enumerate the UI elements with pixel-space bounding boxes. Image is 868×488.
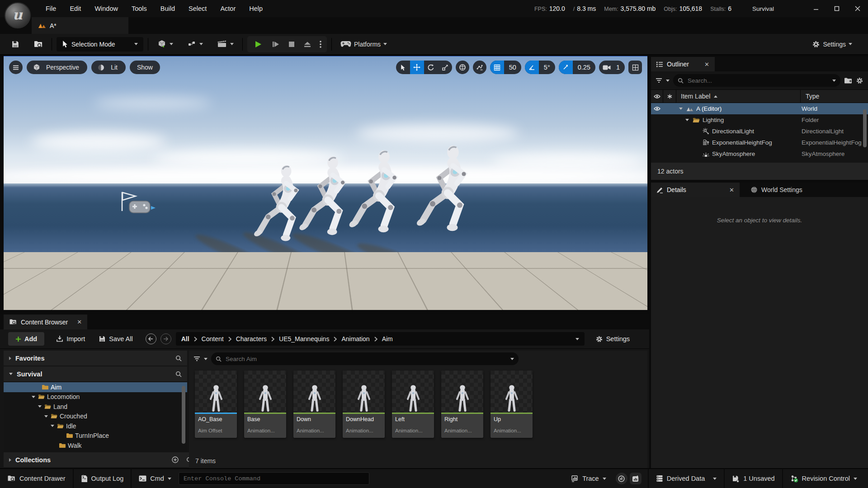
chevron-down-icon[interactable] <box>510 358 514 360</box>
expander-icon[interactable] <box>9 373 13 375</box>
outliner-search-input[interactable] <box>687 77 829 84</box>
close-icon[interactable]: ✕ <box>704 61 709 68</box>
mannequin-4[interactable] <box>415 145 466 231</box>
trace-dropdown[interactable]: Trace <box>564 469 613 488</box>
level-viewport[interactable]: Perspective Lit Show <box>4 56 647 310</box>
outliner-settings-gear-icon[interactable] <box>856 77 863 84</box>
expander-icon[interactable] <box>679 108 683 110</box>
expander-icon[interactable] <box>51 425 54 427</box>
view-mode-dropdown[interactable]: Lit <box>91 61 126 74</box>
menu-file[interactable]: File <box>39 0 63 17</box>
revision-control-dropdown[interactable]: Revision Control <box>783 469 864 488</box>
asset-tile-down[interactable]: Down Animation... <box>293 371 335 438</box>
tree-item-locomotion[interactable]: Locomotion <box>4 392 187 402</box>
import-button[interactable]: Import <box>52 335 90 343</box>
expander-icon[interactable] <box>32 396 35 398</box>
tree-item-walk[interactable]: Walk <box>4 441 187 450</box>
expander-icon[interactable] <box>44 415 48 418</box>
viewport-options-menu[interactable] <box>9 61 23 74</box>
scale-snap-control[interactable]: 0.25 <box>559 61 595 74</box>
console-command-input[interactable] <box>179 472 369 485</box>
outliner-column-header[interactable]: Item Label Type <box>651 89 868 103</box>
tree-item-crouched[interactable]: Crouched <box>4 412 187 422</box>
breadcrumb-all[interactable]: All <box>181 335 189 343</box>
asset-tile-ao-base[interactable]: AO_Base Aim Offset <box>195 371 237 438</box>
insights-recorder-button[interactable] <box>630 473 642 484</box>
play-button[interactable] <box>249 37 267 52</box>
chevron-down-icon[interactable] <box>832 80 836 82</box>
create-folder-icon[interactable] <box>844 77 852 84</box>
platforms-dropdown[interactable]: Platforms <box>336 37 391 52</box>
breadcrumb-content[interactable]: Content <box>202 335 224 343</box>
breadcrumb-aim[interactable]: Aim <box>382 335 393 343</box>
menu-help[interactable]: Help <box>242 0 269 17</box>
outliner-tab[interactable]: Outliner ✕ <box>651 57 715 71</box>
search-icon[interactable] <box>175 371 182 377</box>
add-button[interactable]: Add <box>8 332 44 346</box>
camera-speed-control[interactable]: 1 <box>599 61 625 74</box>
cinematics-button[interactable] <box>213 37 238 52</box>
outliner-row-sky-atmosphere[interactable]: SkyAtmosphere SkyAtmosphere <box>651 148 868 157</box>
asset-tile-downhead[interactable]: DownHead Animation... <box>343 371 385 438</box>
rotation-snap-value[interactable]: 5° <box>539 64 555 71</box>
menu-edit[interactable]: Edit <box>63 0 88 17</box>
expander-icon[interactable] <box>38 405 42 408</box>
filter-icon[interactable] <box>193 356 200 361</box>
browse-content-button[interactable] <box>30 37 47 52</box>
menu-window[interactable]: Window <box>88 0 125 17</box>
outliner-row-lighting[interactable]: Lighting Folder <box>651 114 868 126</box>
expander-icon[interactable] <box>9 357 11 360</box>
save-current-level-button[interactable] <box>7 37 24 52</box>
player-start-sprite[interactable] <box>122 192 156 213</box>
add-collection-icon[interactable] <box>172 456 179 463</box>
asset-tile-up[interactable]: Up Animation... <box>491 371 533 438</box>
stop-button[interactable] <box>284 37 299 52</box>
editor-mode-select[interactable]: Selection Mode <box>57 37 143 52</box>
grid-snap-value[interactable]: 50 <box>504 64 521 71</box>
rotate-tool-button[interactable] <box>424 61 438 74</box>
outliner-row-directional-light[interactable]: DirectionalLight DirectionalLight <box>651 126 868 137</box>
level-tab[interactable]: A* <box>32 17 128 34</box>
close-icon[interactable]: ✕ <box>77 319 82 325</box>
menu-select[interactable]: Select <box>182 0 213 17</box>
tree-item-aim[interactable]: Aim <box>4 382 187 392</box>
tree-item-idle[interactable]: Idle <box>4 421 187 431</box>
select-tool-button[interactable] <box>396 61 410 74</box>
path-dropdown-icon[interactable] <box>576 338 579 340</box>
surface-snapping-button[interactable] <box>473 61 486 74</box>
output-log-button[interactable]: Output Log <box>74 469 131 488</box>
asset-search-box[interactable] <box>211 352 519 365</box>
forward-button[interactable] <box>160 333 171 344</box>
play-options-button[interactable] <box>316 37 325 52</box>
collections-section-header[interactable]: Collections <box>4 452 198 467</box>
world-local-toggle[interactable] <box>456 61 469 74</box>
move-tool-button[interactable] <box>410 61 424 74</box>
mannequin-actors[interactable] <box>4 56 647 310</box>
maximize-button[interactable] <box>826 0 847 17</box>
search-icon[interactable] <box>175 355 182 361</box>
maximize-viewport-button[interactable] <box>628 61 642 74</box>
world-settings-tab[interactable]: World Settings <box>744 183 809 197</box>
rotation-snap-control[interactable]: 5° <box>525 61 555 74</box>
chevron-down-icon[interactable] <box>204 358 208 360</box>
back-button[interactable] <box>146 333 156 344</box>
breadcrumb-ue5-mannequins[interactable]: UE5_Mannequins <box>279 335 329 343</box>
cmd-dropdown[interactable]: Cmd <box>132 469 179 488</box>
outliner-search-box[interactable] <box>673 74 840 87</box>
unsaved-button[interactable]: 1 Unsaved <box>725 469 782 488</box>
menu-actor[interactable]: Actor <box>213 0 242 17</box>
content-browser-tab[interactable]: Content Browser ✕ <box>4 314 87 329</box>
details-tab[interactable]: Details ✕ <box>651 183 740 197</box>
chevron-down-icon[interactable] <box>666 80 670 82</box>
mannequin-2[interactable] <box>298 156 345 235</box>
insights-session-button[interactable] <box>616 473 627 484</box>
breadcrumb-characters[interactable]: Characters <box>236 335 267 343</box>
scale-tool-button[interactable] <box>438 61 452 74</box>
outliner-row-world[interactable]: A (Editor) World <box>651 103 868 114</box>
eject-button[interactable] <box>300 37 315 52</box>
minimize-button[interactable] <box>806 0 826 17</box>
show-dropdown[interactable]: Show <box>130 61 160 74</box>
project-section-header[interactable]: Survival <box>4 366 187 381</box>
item-label-column[interactable]: Item Label <box>676 93 710 100</box>
scale-snap-value[interactable]: 0.25 <box>573 64 595 71</box>
